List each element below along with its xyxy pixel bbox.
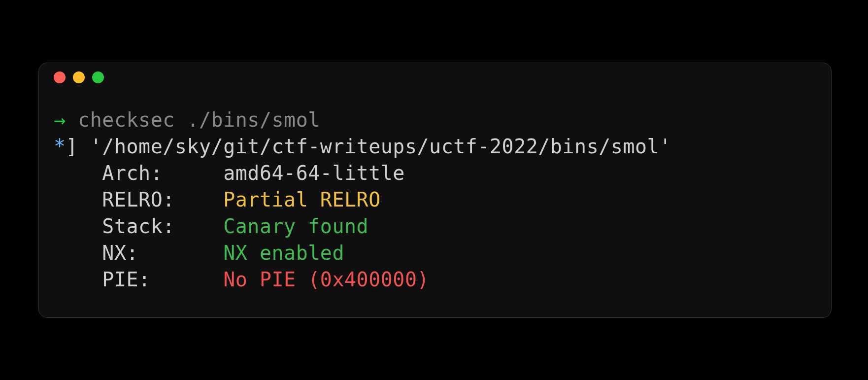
checksec-field-row: PIE: No PIE (0x400000): [54, 266, 816, 293]
field-label: RELRO:: [54, 188, 223, 211]
checksec-field-row: NX: NX enabled: [54, 240, 816, 266]
output-header: *] '/home/sky/git/ctf-writeups/uctf-2022…: [54, 133, 816, 160]
field-value: No PIE (0x400000): [223, 268, 429, 291]
checksec-field-row: RELRO: Partial RELRO: [54, 186, 816, 213]
close-button[interactable]: [54, 71, 66, 83]
terminal-body[interactable]: → checksec ./bins/smol *] '/home/sky/git…: [39, 92, 831, 317]
binary-path: '/home/sky/git/ctf-writeups/uctf-2022/bi…: [90, 135, 671, 158]
field-value: Canary found: [223, 215, 368, 238]
command-text: checksec ./bins/smol: [78, 108, 320, 131]
field-label: NX:: [54, 242, 223, 264]
marker-bracket: ]: [66, 135, 78, 158]
field-value: NX enabled: [223, 242, 344, 264]
checksec-field-row: Arch: amd64-64-little: [54, 160, 816, 186]
field-label: PIE:: [54, 268, 223, 291]
minimize-button[interactable]: [73, 71, 85, 83]
prompt-arrow-icon: →: [54, 108, 66, 131]
field-value: Partial RELRO: [223, 188, 381, 211]
terminal-window: → checksec ./bins/smol *] '/home/sky/git…: [38, 63, 832, 318]
field-label: Arch:: [54, 162, 223, 184]
maximize-button[interactable]: [92, 71, 104, 83]
window-titlebar: [39, 63, 831, 92]
field-label: Stack:: [54, 215, 223, 238]
checksec-field-row: Stack: Canary found: [54, 213, 816, 240]
marker-star-icon: *: [54, 135, 66, 158]
prompt-line: → checksec ./bins/smol: [54, 106, 816, 133]
field-value: amd64-64-little: [223, 162, 405, 184]
